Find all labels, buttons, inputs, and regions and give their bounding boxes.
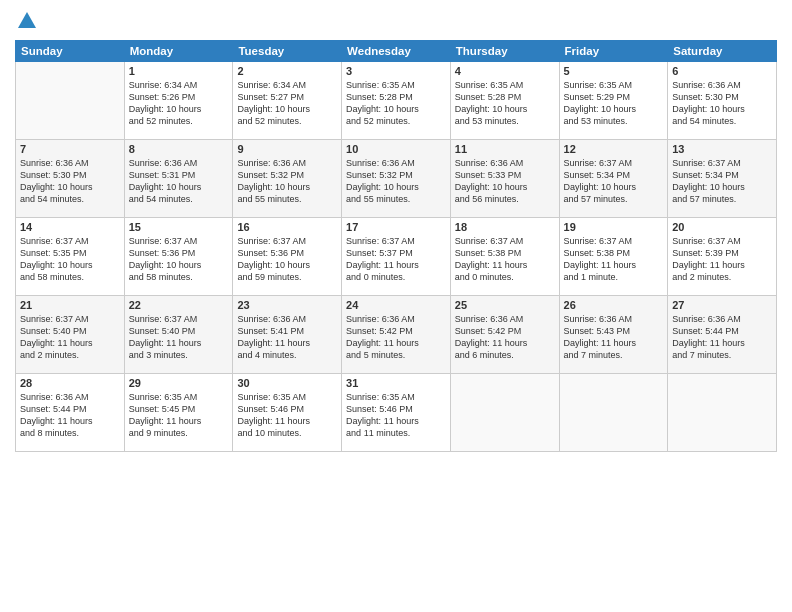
calendar-cell: 4Sunrise: 6:35 AM Sunset: 5:28 PM Daylig…	[450, 62, 559, 140]
day-number: 2	[237, 65, 337, 77]
day-number: 8	[129, 143, 229, 155]
calendar-page: SundayMondayTuesdayWednesdayThursdayFrid…	[0, 0, 792, 612]
day-info: Sunrise: 6:37 AM Sunset: 5:34 PM Dayligh…	[564, 157, 664, 206]
calendar-cell	[559, 374, 668, 452]
day-info: Sunrise: 6:36 AM Sunset: 5:30 PM Dayligh…	[20, 157, 120, 206]
day-info: Sunrise: 6:35 AM Sunset: 5:45 PM Dayligh…	[129, 391, 229, 440]
calendar-cell	[16, 62, 125, 140]
day-number: 18	[455, 221, 555, 233]
day-number: 15	[129, 221, 229, 233]
calendar-cell: 17Sunrise: 6:37 AM Sunset: 5:37 PM Dayli…	[342, 218, 451, 296]
calendar-cell: 12Sunrise: 6:37 AM Sunset: 5:34 PM Dayli…	[559, 140, 668, 218]
day-number: 22	[129, 299, 229, 311]
svg-marker-0	[18, 12, 36, 28]
day-info: Sunrise: 6:36 AM Sunset: 5:44 PM Dayligh…	[672, 313, 772, 362]
calendar-cell: 27Sunrise: 6:36 AM Sunset: 5:44 PM Dayli…	[668, 296, 777, 374]
weekday-friday: Friday	[559, 41, 668, 62]
calendar-cell: 5Sunrise: 6:35 AM Sunset: 5:29 PM Daylig…	[559, 62, 668, 140]
day-info: Sunrise: 6:36 AM Sunset: 5:42 PM Dayligh…	[455, 313, 555, 362]
day-info: Sunrise: 6:37 AM Sunset: 5:36 PM Dayligh…	[129, 235, 229, 284]
week-row-2: 7Sunrise: 6:36 AM Sunset: 5:30 PM Daylig…	[16, 140, 777, 218]
day-info: Sunrise: 6:36 AM Sunset: 5:33 PM Dayligh…	[455, 157, 555, 206]
logo-icon	[16, 10, 38, 32]
weekday-tuesday: Tuesday	[233, 41, 342, 62]
day-info: Sunrise: 6:35 AM Sunset: 5:29 PM Dayligh…	[564, 79, 664, 128]
day-number: 16	[237, 221, 337, 233]
calendar-cell: 9Sunrise: 6:36 AM Sunset: 5:32 PM Daylig…	[233, 140, 342, 218]
day-info: Sunrise: 6:37 AM Sunset: 5:38 PM Dayligh…	[455, 235, 555, 284]
calendar-cell: 6Sunrise: 6:36 AM Sunset: 5:30 PM Daylig…	[668, 62, 777, 140]
weekday-header-row: SundayMondayTuesdayWednesdayThursdayFrid…	[16, 41, 777, 62]
day-info: Sunrise: 6:36 AM Sunset: 5:30 PM Dayligh…	[672, 79, 772, 128]
calendar-cell: 22Sunrise: 6:37 AM Sunset: 5:40 PM Dayli…	[124, 296, 233, 374]
calendar-cell: 18Sunrise: 6:37 AM Sunset: 5:38 PM Dayli…	[450, 218, 559, 296]
day-info: Sunrise: 6:36 AM Sunset: 5:32 PM Dayligh…	[346, 157, 446, 206]
day-info: Sunrise: 6:36 AM Sunset: 5:42 PM Dayligh…	[346, 313, 446, 362]
calendar-cell: 14Sunrise: 6:37 AM Sunset: 5:35 PM Dayli…	[16, 218, 125, 296]
day-info: Sunrise: 6:36 AM Sunset: 5:43 PM Dayligh…	[564, 313, 664, 362]
calendar-cell: 2Sunrise: 6:34 AM Sunset: 5:27 PM Daylig…	[233, 62, 342, 140]
calendar-cell: 8Sunrise: 6:36 AM Sunset: 5:31 PM Daylig…	[124, 140, 233, 218]
calendar-cell: 11Sunrise: 6:36 AM Sunset: 5:33 PM Dayli…	[450, 140, 559, 218]
weekday-sunday: Sunday	[16, 41, 125, 62]
calendar-cell: 24Sunrise: 6:36 AM Sunset: 5:42 PM Dayli…	[342, 296, 451, 374]
day-number: 5	[564, 65, 664, 77]
calendar-cell: 21Sunrise: 6:37 AM Sunset: 5:40 PM Dayli…	[16, 296, 125, 374]
day-number: 3	[346, 65, 446, 77]
day-number: 30	[237, 377, 337, 389]
weekday-thursday: Thursday	[450, 41, 559, 62]
day-number: 6	[672, 65, 772, 77]
day-number: 31	[346, 377, 446, 389]
week-row-4: 21Sunrise: 6:37 AM Sunset: 5:40 PM Dayli…	[16, 296, 777, 374]
day-info: Sunrise: 6:36 AM Sunset: 5:41 PM Dayligh…	[237, 313, 337, 362]
calendar-cell: 3Sunrise: 6:35 AM Sunset: 5:28 PM Daylig…	[342, 62, 451, 140]
day-info: Sunrise: 6:35 AM Sunset: 5:46 PM Dayligh…	[346, 391, 446, 440]
week-row-5: 28Sunrise: 6:36 AM Sunset: 5:44 PM Dayli…	[16, 374, 777, 452]
day-info: Sunrise: 6:36 AM Sunset: 5:32 PM Dayligh…	[237, 157, 337, 206]
day-number: 27	[672, 299, 772, 311]
calendar-cell: 30Sunrise: 6:35 AM Sunset: 5:46 PM Dayli…	[233, 374, 342, 452]
day-number: 29	[129, 377, 229, 389]
day-number: 23	[237, 299, 337, 311]
calendar-table: SundayMondayTuesdayWednesdayThursdayFrid…	[15, 40, 777, 452]
day-number: 17	[346, 221, 446, 233]
day-info: Sunrise: 6:37 AM Sunset: 5:38 PM Dayligh…	[564, 235, 664, 284]
day-number: 20	[672, 221, 772, 233]
calendar-cell: 13Sunrise: 6:37 AM Sunset: 5:34 PM Dayli…	[668, 140, 777, 218]
day-info: Sunrise: 6:36 AM Sunset: 5:31 PM Dayligh…	[129, 157, 229, 206]
day-info: Sunrise: 6:37 AM Sunset: 5:39 PM Dayligh…	[672, 235, 772, 284]
calendar-cell: 31Sunrise: 6:35 AM Sunset: 5:46 PM Dayli…	[342, 374, 451, 452]
calendar-cell: 28Sunrise: 6:36 AM Sunset: 5:44 PM Dayli…	[16, 374, 125, 452]
day-number: 1	[129, 65, 229, 77]
day-number: 26	[564, 299, 664, 311]
calendar-cell: 26Sunrise: 6:36 AM Sunset: 5:43 PM Dayli…	[559, 296, 668, 374]
day-info: Sunrise: 6:37 AM Sunset: 5:40 PM Dayligh…	[20, 313, 120, 362]
calendar-cell: 20Sunrise: 6:37 AM Sunset: 5:39 PM Dayli…	[668, 218, 777, 296]
day-number: 7	[20, 143, 120, 155]
day-number: 12	[564, 143, 664, 155]
calendar-cell	[450, 374, 559, 452]
logo	[15, 10, 41, 32]
week-row-1: 1Sunrise: 6:34 AM Sunset: 5:26 PM Daylig…	[16, 62, 777, 140]
day-info: Sunrise: 6:37 AM Sunset: 5:36 PM Dayligh…	[237, 235, 337, 284]
calendar-cell: 25Sunrise: 6:36 AM Sunset: 5:42 PM Dayli…	[450, 296, 559, 374]
day-info: Sunrise: 6:34 AM Sunset: 5:26 PM Dayligh…	[129, 79, 229, 128]
calendar-cell: 7Sunrise: 6:36 AM Sunset: 5:30 PM Daylig…	[16, 140, 125, 218]
day-info: Sunrise: 6:37 AM Sunset: 5:35 PM Dayligh…	[20, 235, 120, 284]
weekday-wednesday: Wednesday	[342, 41, 451, 62]
day-info: Sunrise: 6:37 AM Sunset: 5:40 PM Dayligh…	[129, 313, 229, 362]
calendar-cell: 15Sunrise: 6:37 AM Sunset: 5:36 PM Dayli…	[124, 218, 233, 296]
weekday-saturday: Saturday	[668, 41, 777, 62]
day-number: 11	[455, 143, 555, 155]
day-number: 14	[20, 221, 120, 233]
day-info: Sunrise: 6:35 AM Sunset: 5:28 PM Dayligh…	[455, 79, 555, 128]
calendar-cell: 10Sunrise: 6:36 AM Sunset: 5:32 PM Dayli…	[342, 140, 451, 218]
day-number: 4	[455, 65, 555, 77]
day-info: Sunrise: 6:36 AM Sunset: 5:44 PM Dayligh…	[20, 391, 120, 440]
calendar-cell: 1Sunrise: 6:34 AM Sunset: 5:26 PM Daylig…	[124, 62, 233, 140]
day-number: 25	[455, 299, 555, 311]
day-info: Sunrise: 6:37 AM Sunset: 5:37 PM Dayligh…	[346, 235, 446, 284]
day-number: 28	[20, 377, 120, 389]
day-number: 9	[237, 143, 337, 155]
calendar-cell	[668, 374, 777, 452]
